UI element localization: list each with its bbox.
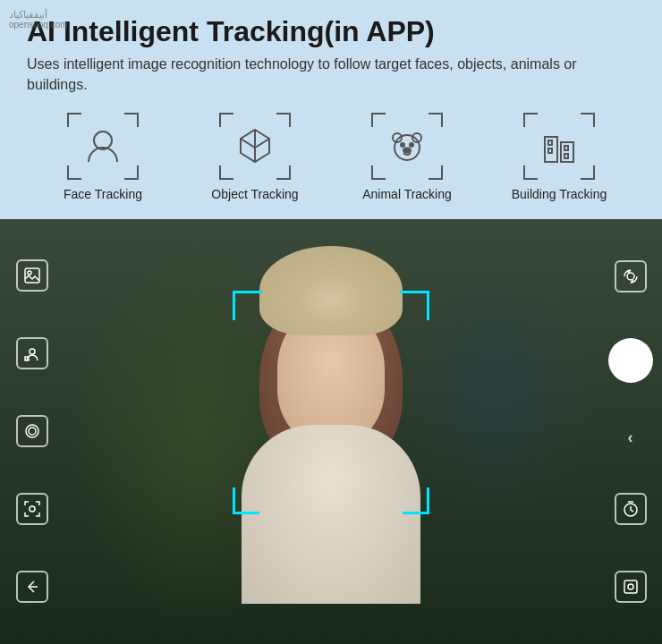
svg-rect-13	[25, 268, 39, 283]
sidebar-icon-focus[interactable]	[16, 493, 48, 525]
top-section: أنيفقياكياد opensooq.com AI Intelligent …	[0, 0, 662, 219]
page-subtitle: Uses intelligent image recognition techn…	[27, 55, 635, 95]
svg-rect-22	[624, 580, 637, 593]
object-tracking-label: Object Tracking	[211, 187, 298, 201]
svg-point-18	[26, 425, 38, 437]
svg-point-17	[29, 428, 36, 435]
bracket-box	[219, 113, 291, 180]
bracket-inner	[67, 167, 139, 180]
sidebar-icon-gallery[interactable]	[16, 259, 48, 292]
main-container: أنيفقياكياد opensooq.com AI Intelligent …	[0, 0, 662, 644]
sidebar-icon-tracking[interactable]	[16, 337, 48, 369]
sidebar-icon-settings[interactable]	[16, 415, 48, 447]
animal-icon-wrapper	[371, 113, 443, 180]
right-sidebar: ‹	[606, 219, 655, 644]
building-icon-wrapper	[523, 113, 595, 180]
camera-section: ‹	[0, 219, 662, 644]
svg-point-15	[30, 349, 35, 354]
building-tracking-label: Building Tracking	[512, 187, 607, 201]
tracking-item-animal: Animal Tracking	[331, 113, 483, 201]
shutter-button[interactable]	[608, 338, 653, 383]
right-icon-extra[interactable]	[615, 571, 647, 603]
svg-point-19	[30, 506, 35, 512]
tracking-rect-corner-bl	[233, 487, 259, 514]
left-sidebar	[7, 219, 56, 644]
chevron-left-icon[interactable]: ‹	[628, 428, 633, 447]
watermark-line2: opensooq.com	[9, 20, 68, 30]
face-tracking-label: Face Tracking	[64, 187, 142, 201]
tracking-rect-corner-br	[403, 487, 429, 514]
object-icon-wrapper	[219, 113, 291, 180]
bracket-box	[523, 113, 595, 180]
animal-tracking-label: Animal Tracking	[362, 187, 452, 201]
tracking-item-building: Building Tracking	[483, 113, 635, 201]
tracking-rectangle	[233, 291, 429, 514]
bracket-inner	[219, 167, 291, 180]
right-icon-camera-switch[interactable]	[615, 260, 647, 292]
tracking-item-face: Face Tracking	[27, 113, 179, 201]
tracking-icons-row: Face Tracking Object Tracking	[27, 113, 635, 201]
svg-point-23	[628, 584, 633, 589]
tracking-item-object: Object Tracking	[179, 113, 331, 201]
bracket-box	[371, 113, 443, 180]
svg-point-14	[28, 271, 31, 275]
page-title: AI Intelligent Tracking(in APP)	[27, 16, 635, 47]
bracket-inner	[371, 167, 443, 180]
bracket-inner	[523, 167, 595, 180]
right-icon-timer[interactable]	[615, 493, 647, 525]
face-icon-wrapper	[67, 113, 139, 180]
svg-point-20	[627, 273, 634, 280]
sidebar-icon-back[interactable]	[16, 571, 48, 603]
bracket-box	[67, 113, 139, 180]
